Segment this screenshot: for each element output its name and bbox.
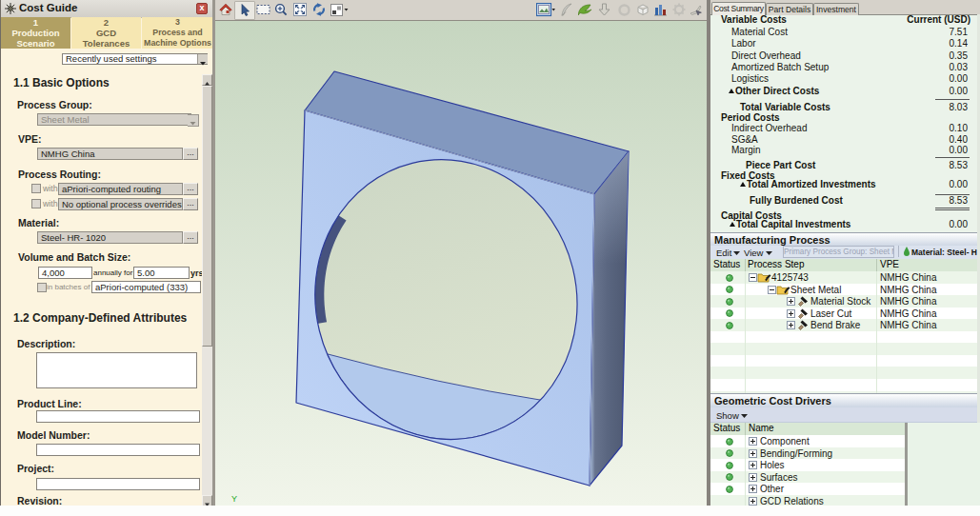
svg-text:Y: Y (231, 494, 237, 504)
